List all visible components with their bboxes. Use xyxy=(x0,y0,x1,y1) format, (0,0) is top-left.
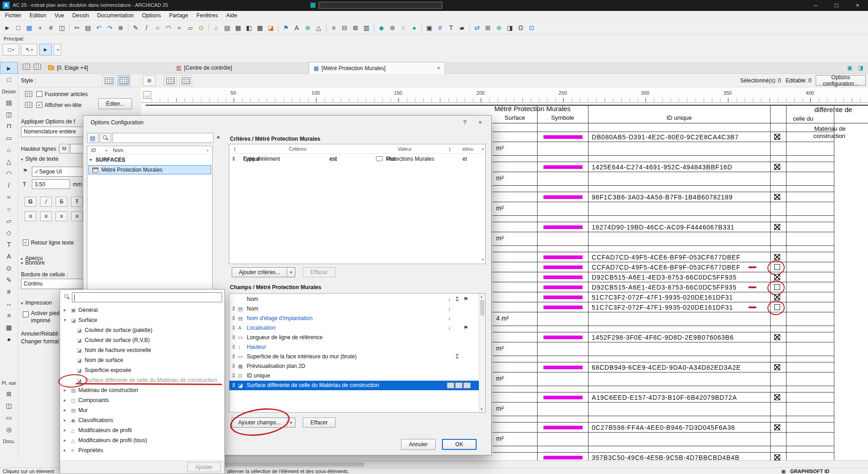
toolbar-icon[interactable]: ⌂ xyxy=(211,22,222,33)
schedule-row[interactable]: m² xyxy=(492,372,834,386)
schedule-row[interactable]: 18274D90-19BD-46CC-AC09-F4446067B331 xyxy=(492,222,834,232)
search-button[interactable] xyxy=(100,133,111,143)
toolbar-icon[interactable]: ⊠ xyxy=(350,22,361,33)
toolbox-item[interactable]: ≡ xyxy=(0,310,18,321)
checkbox-cell[interactable] xyxy=(770,453,786,461)
guid-cell[interactable] xyxy=(588,403,770,416)
tab-close-button[interactable]: × xyxy=(429,65,440,71)
guid-cell[interactable] xyxy=(588,232,770,245)
guid-cell[interactable] xyxy=(588,142,770,155)
surface-differente-checkbox[interactable] xyxy=(774,424,780,430)
toolbar-icon[interactable]: □ xyxy=(13,22,24,33)
checkbox-cell[interactable] xyxy=(770,132,786,142)
field-tree-item[interactable]: ◪ Couleur de surface (R,V,B) xyxy=(60,335,224,345)
symbole-cell[interactable] xyxy=(537,192,588,202)
toolbox-item[interactable]: ◇ xyxy=(0,227,18,239)
graphisoft-id-brand[interactable]: GRAPHISOFT ID xyxy=(790,469,829,474)
checkbox-cell[interactable] xyxy=(770,386,786,392)
expander-icon[interactable]: ▸ xyxy=(64,415,66,425)
checkbox-cell[interactable] xyxy=(770,416,786,422)
checkbox-cell[interactable] xyxy=(770,433,786,446)
field-tree-label[interactable]: Surface différente de celle du Matériau … xyxy=(85,375,217,385)
guid-cell[interactable]: 51C7C3F2-072F-47F1-9935-020DE161DF31 xyxy=(588,292,770,302)
layout-grid-button[interactable] xyxy=(22,64,31,72)
strike-button[interactable]: S xyxy=(56,197,67,207)
tab-control-center[interactable]: ▥ [Centre de contrôle] xyxy=(172,62,237,74)
field-row[interactable]: ⇕ ▭ Superficie de la face intérieure du … xyxy=(229,352,479,362)
schedule-row[interactable]: 1425E644-C274-4691-952C-494843BBF16D xyxy=(492,162,834,172)
schedule-row[interactable]: D92CB515-A6E1-4ED3-8753-66C0DC5FF935 xyxy=(492,272,834,282)
toolbar-icon[interactable]: ⊗ xyxy=(115,22,126,33)
fields-scrollbar[interactable]: ▴ ▾ xyxy=(479,294,485,412)
field-tree-label[interactable]: Propriétés xyxy=(78,445,103,455)
checkbox-cell[interactable] xyxy=(770,446,786,452)
guid-cell[interactable]: 0C27B598-FF4A-4EE0-B946-7D3D045F6A36 xyxy=(588,423,770,432)
symbole-cell[interactable] xyxy=(537,252,588,262)
ok-button[interactable]: OK xyxy=(442,439,477,450)
sort-down-icon[interactable]: ↓ xyxy=(448,304,451,314)
wrap-text-checkbox[interactable]: ✓ xyxy=(23,240,29,245)
surface-cell[interactable]: m² xyxy=(492,403,537,416)
toolbox-item[interactable]: □ xyxy=(0,74,18,86)
field-tree-label[interactable]: Matériau de construction xyxy=(78,385,138,395)
toolbar-icon[interactable]: ▩ xyxy=(254,22,265,33)
schedule-row[interactable] xyxy=(492,245,834,252)
drag-mode-button[interactable]: ↖ ▾ xyxy=(21,44,37,56)
schedule-row[interactable] xyxy=(492,215,834,222)
menu-item[interactable]: Dessin xyxy=(68,11,93,20)
symbole-cell[interactable] xyxy=(537,186,588,192)
expander-icon[interactable]: ▸ xyxy=(64,395,66,405)
marquee-tool-button[interactable]: □ ▾ xyxy=(3,44,19,56)
symbole-cell[interactable] xyxy=(537,342,588,356)
symbole-cell[interactable] xyxy=(537,132,588,142)
tool-dropdown-button[interactable]: ▾ xyxy=(54,44,61,56)
guid-cell[interactable] xyxy=(588,202,770,215)
symbole-cell[interactable] xyxy=(537,216,588,222)
checkbox-cell[interactable] xyxy=(770,282,786,292)
toolbox-item[interactable]: ✎ xyxy=(0,274,18,286)
drag-handle-icon[interactable]: ⇕ xyxy=(231,154,236,164)
schedule-row[interactable]: 98F1C3B6-3A03-4A58-B7F8-1B4B60782189 xyxy=(492,192,834,202)
symbole-cell[interactable] xyxy=(537,292,588,302)
toolbar-icon[interactable] xyxy=(69,24,70,32)
field-tree-label[interactable]: Nom de surface xyxy=(85,355,123,365)
toolbar-icon[interactable]: ⊡ xyxy=(526,22,537,33)
checkbox-cell[interactable] xyxy=(770,216,786,222)
menu-item[interactable]: Options xyxy=(138,11,165,20)
checkbox-cell[interactable] xyxy=(770,332,786,342)
field-tree-label[interactable]: Couleur de surface (R,V,B) xyxy=(85,335,150,345)
checkbox-cell[interactable] xyxy=(770,326,786,332)
surface-differente-checkbox[interactable] xyxy=(774,334,780,340)
schedule-row[interactable]: 51C7C3F2-072F-47F1-9935-020DE161DF31 xyxy=(492,292,834,302)
bold-button[interactable]: G xyxy=(25,197,36,207)
schedule-row[interactable]: 68CDB949-6CE9-4CED-9DA0-A34D82ED3A2E xyxy=(492,362,834,372)
surface-differente-checkbox[interactable] xyxy=(774,264,780,270)
schedule-row[interactable]: D92CB515-A6E1-4ED3-8753-66C0DC5FF935 xyxy=(492,282,834,292)
toolbar-icon[interactable]: T xyxy=(446,22,457,33)
toolbar-icon[interactable]: ⊞ xyxy=(482,22,493,33)
drag-handle-icon[interactable]: ⇕ xyxy=(231,323,236,333)
surface-cell[interactable]: 4 m² xyxy=(492,312,537,326)
toolbar-icon[interactable]: ✎ xyxy=(130,22,141,33)
toolbar-icon[interactable]: ✂ xyxy=(71,22,82,33)
menu-item[interactable]: Fichier xyxy=(1,11,25,20)
symbole-cell[interactable] xyxy=(537,272,588,282)
schedule-row[interactable]: m² xyxy=(492,402,834,416)
field-row[interactable]: ⇕ ↕ Hauteur xyxy=(229,342,479,352)
sum-icon[interactable]: Σ xyxy=(456,295,459,304)
collapse-pane-button[interactable]: ◀ xyxy=(216,135,219,139)
operator-cell[interactable]: est xyxy=(330,154,337,164)
toolbox-item[interactable]: # xyxy=(0,286,18,298)
toolbar-icon[interactable]: ○ xyxy=(152,22,163,33)
align-justify-button[interactable]: ≡ xyxy=(71,211,83,221)
toolbox-item[interactable]: ○ xyxy=(0,203,18,215)
symbole-cell[interactable] xyxy=(537,282,588,292)
schedule-row[interactable]: m² xyxy=(492,432,834,446)
field-row[interactable]: ⇕ ▭ Longueur de ligne de référence xyxy=(229,333,479,342)
guid-cell[interactable]: 1452F298-3F0E-4F8C-9D8D-2E9B076063B6 xyxy=(588,332,770,342)
schedule-row[interactable]: m² xyxy=(492,232,834,245)
guid-cell[interactable] xyxy=(588,172,770,185)
checkbox-cell[interactable] xyxy=(770,403,786,416)
toolbar-icon[interactable]: ● xyxy=(409,22,420,33)
schedule-row[interactable] xyxy=(492,155,834,162)
